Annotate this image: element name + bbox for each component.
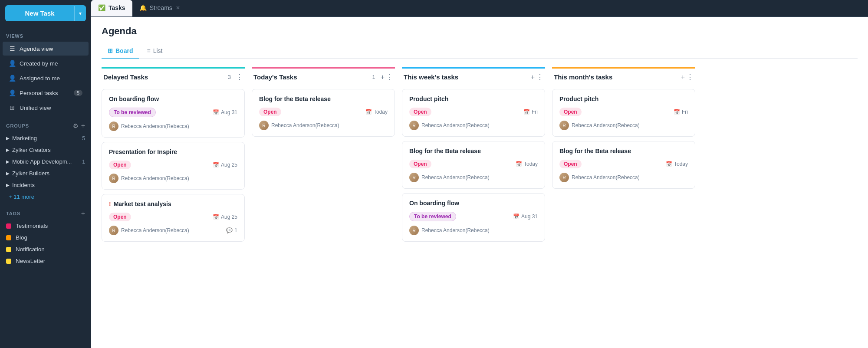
task-title: Product pitch <box>409 95 538 102</box>
task-status-badge: Open <box>559 108 582 116</box>
group-incidents[interactable]: ▶ Incidents <box>0 179 91 191</box>
column-more-today[interactable]: ⋮ <box>386 73 393 81</box>
column-count-today: 1 <box>372 74 375 80</box>
task-card[interactable]: Product pitchOpen📅FriRRebecca Anderson(R… <box>552 89 695 137</box>
assignee-name: Rebecca Anderson(Rebecca) <box>572 174 640 181</box>
personal-count: 5 <box>74 90 82 96</box>
tab-board[interactable]: ⊞ Board <box>102 44 139 59</box>
column-more-thisweek[interactable]: ⋮ <box>536 73 543 81</box>
tag-blog-label: Blog <box>16 234 27 241</box>
task-card[interactable]: Blog for the Beta releaseOpen📅TodayRRebe… <box>402 141 545 189</box>
column-more-delayed[interactable]: ⋮ <box>236 73 243 81</box>
task-card[interactable]: Blog for the Beta releaseOpen📅TodayRRebe… <box>252 89 395 137</box>
task-footer: RRebecca Anderson(Rebecca)💬1 <box>109 226 237 235</box>
task-card[interactable]: !Market test analysisOpen📅Aug 25RRebecca… <box>102 194 245 242</box>
assignee-name: Rebecca Anderson(Rebecca) <box>421 227 490 233</box>
task-date-value: Aug 31 <box>221 109 237 115</box>
tag-notification[interactable]: Notification <box>0 243 91 255</box>
task-footer: RRebecca Anderson(Rebecca) <box>109 121 237 131</box>
avatar: R <box>409 226 419 235</box>
task-title: Blog for the Beta release <box>259 95 388 102</box>
new-task-button[interactable]: New Task ▾ <box>5 5 86 21</box>
calendar-icon: 📅 <box>523 109 530 115</box>
calendar-icon: 📅 <box>213 214 219 220</box>
marketing-arrow-icon: ▶ <box>6 136 10 141</box>
task-card[interactable]: On boarding flowTo be reviewed📅Aug 31RRe… <box>402 193 545 242</box>
task-assignee: RRebecca Anderson(Rebecca) <box>409 226 490 235</box>
sidebar-item-created[interactable]: 👤 Created by me <box>3 56 89 70</box>
group-zylker-builders-label: Zylker Builders <box>12 170 85 177</box>
tags-add-icon[interactable]: + <box>81 210 85 217</box>
testimonials-dot <box>6 223 11 229</box>
column-add-today[interactable]: + <box>381 73 385 81</box>
avatar: R <box>259 121 269 130</box>
column-title-thisweek: This week's tasks <box>404 73 529 81</box>
page-title: Agenda <box>102 26 858 37</box>
column-thisweek: This week's tasks+⋮Product pitchOpen📅Fri… <box>402 67 545 246</box>
sidebar-item-unified[interactable]: ⊞ Unified view <box>3 101 89 115</box>
sidebar-item-created-label: Created by me <box>20 60 82 67</box>
sidebar-item-personal-label: Personal tasks <box>20 90 74 96</box>
task-footer: RRebecca Anderson(Rebecca) <box>559 173 688 182</box>
group-zylker-creators[interactable]: ▶ Zylker Creators <box>0 144 91 156</box>
sidebar-item-agenda-label: Agenda view <box>20 46 82 52</box>
sidebar: New Task ▾ VIEWS ☰ Agenda view 👤 Created… <box>0 0 91 348</box>
task-date: 📅Aug 31 <box>213 109 237 115</box>
task-meta: To be reviewed📅Aug 31 <box>109 108 237 117</box>
task-card[interactable]: Product pitchOpen📅FriRRebecca Anderson(R… <box>402 89 545 137</box>
task-date-value: Today <box>374 109 388 115</box>
streams-close-icon[interactable]: ✕ <box>176 5 180 11</box>
groups-title: GROUPS <box>6 123 73 128</box>
group-zylker-builders[interactable]: ▶ Zylker Builders <box>0 167 91 179</box>
calendar-icon: 📅 <box>674 109 680 115</box>
calendar-icon: 📅 <box>213 109 219 115</box>
groups-add-icon[interactable]: + <box>81 122 85 130</box>
group-incidents-label: Incidents <box>12 182 85 188</box>
sidebar-item-assigned-label: Assigned to me <box>20 75 82 82</box>
task-status-badge: Open <box>109 161 131 169</box>
mobile-app-count: 1 <box>82 159 85 165</box>
task-footer: RRebecca Anderson(Rebecca) <box>559 121 688 130</box>
task-card[interactable]: On boarding flowTo be reviewed📅Aug 31RRe… <box>102 89 245 138</box>
group-marketing-label: Marketing <box>12 135 82 141</box>
tags-title: TAGS <box>6 211 81 216</box>
sidebar-item-agenda[interactable]: ☰ Agenda view <box>3 42 89 56</box>
task-meta: Open📅Today <box>259 108 388 116</box>
sidebar-item-assigned[interactable]: 👤 Assigned to me <box>3 71 89 85</box>
task-footer: RRebecca Anderson(Rebecca) <box>109 174 237 183</box>
board-icon: ⊞ <box>108 47 113 54</box>
avatar: R <box>559 173 569 182</box>
assignee-name: Rebecca Anderson(Rebecca) <box>421 174 490 181</box>
avatar: R <box>559 121 569 130</box>
task-date-value: Fri <box>682 109 688 115</box>
task-card[interactable]: Blog for the Beta releaseOpen📅TodayRRebe… <box>552 141 695 189</box>
task-status-badge: Open <box>559 160 582 168</box>
assignee-name: Rebecca Anderson(Rebecca) <box>572 122 640 128</box>
task-assignee: RRebecca Anderson(Rebecca) <box>559 121 640 130</box>
sidebar-item-personal[interactable]: 👤 Personal tasks 5 <box>3 86 89 100</box>
task-footer: RRebecca Anderson(Rebecca) <box>409 121 538 130</box>
task-date: 📅Fri <box>523 109 538 115</box>
column-add-thisweek[interactable]: + <box>531 73 535 81</box>
more-groups-link[interactable]: + 11 more <box>0 191 91 203</box>
column-add-thismonth[interactable]: + <box>681 73 685 81</box>
tag-testimonials[interactable]: Testimonials <box>0 220 91 232</box>
group-marketing[interactable]: ▶ Marketing 5 <box>0 132 91 144</box>
content-area: Agenda ⊞ Board ≡ List Delayed Tasks3⋮On … <box>91 17 868 348</box>
tab-tasks[interactable]: ✅ Tasks <box>91 0 132 16</box>
task-card[interactable]: Presentation for InspireOpen📅Aug 25RRebe… <box>102 142 245 190</box>
column-today: Today's Tasks1+⋮Blog for the Beta releas… <box>252 67 395 246</box>
personal-icon: 👤 <box>9 89 16 96</box>
tag-newsletter[interactable]: NewsLetter <box>0 255 91 267</box>
assignee-name: Rebecca Anderson(Rebecca) <box>271 122 339 128</box>
tag-notification-label: Notification <box>16 246 45 253</box>
tab-list[interactable]: ≡ List <box>141 44 168 59</box>
tag-blog[interactable]: Blog <box>0 232 91 243</box>
notification-dot <box>6 247 11 252</box>
column-more-thismonth[interactable]: ⋮ <box>687 73 694 81</box>
task-status-badge: Open <box>409 108 431 116</box>
groups-settings-icon[interactable]: ⚙ <box>73 122 79 129</box>
group-mobile-app[interactable]: ▶ Mobile App Developm... 1 <box>0 156 91 167</box>
tab-streams[interactable]: 🔔 Streams ✕ <box>132 0 187 16</box>
new-task-dropdown-arrow[interactable]: ▾ <box>74 6 86 21</box>
